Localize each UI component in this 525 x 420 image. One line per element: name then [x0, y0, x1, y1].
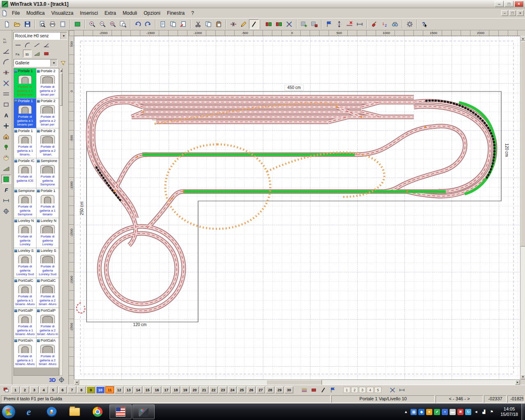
- catalog-item[interactable]: SempionePortale di galleria Sempione: [14, 188, 36, 218]
- catalog-item[interactable]: Portale ICPortale di galleria ICE: [14, 158, 36, 188]
- page-setup-button[interactable]: [58, 19, 68, 29]
- layer-list-button[interactable]: [2, 386, 10, 394]
- catalog-item[interactable]: Portale 2Portale di galleria a 2 binari …: [37, 98, 59, 128]
- vertical-scrollbar[interactable]: ▲ ▼: [520, 36, 525, 379]
- page-button-1[interactable]: 1: [343, 387, 350, 393]
- measure-3d-icon[interactable]: [58, 377, 65, 383]
- font-tool[interactable]: [1, 185, 11, 194]
- show-desktop-button[interactable]: [521, 404, 525, 420]
- measure-view-button[interactable]: [397, 386, 406, 394]
- menu-modifica[interactable]: Modifica: [23, 9, 48, 18]
- minimize-button[interactable]: –: [495, 1, 504, 7]
- catalog-item[interactable]: Loreley SPortale di galleria Loreley Sud: [37, 248, 59, 278]
- layer-button-10[interactable]: 10: [96, 386, 105, 393]
- catalog-item[interactable]: Portale 1Portale di galleria a 1 binario…: [14, 128, 36, 158]
- layer-button-6[interactable]: 6: [58, 386, 67, 393]
- mdi-restore-button[interactable]: □: [509, 10, 516, 16]
- layer-button-12[interactable]: 12: [115, 386, 123, 393]
- layer-button-25[interactable]: 25: [237, 386, 246, 393]
- add-table-button[interactable]: [299, 19, 309, 29]
- layer-button-9[interactable]: 9: [87, 386, 95, 393]
- straight-track-button[interactable]: [14, 41, 22, 49]
- open-button[interactable]: [12, 19, 22, 29]
- scroll-left-button[interactable]: ◄: [74, 380, 79, 385]
- menu-inserisci[interactable]: Inserisci: [77, 9, 101, 18]
- layer-button-3[interactable]: 3: [30, 386, 39, 393]
- taskbar-media-player-button[interactable]: ▶: [41, 404, 63, 419]
- layer-button-22[interactable]: 22: [209, 386, 218, 393]
- center-tool[interactable]: [1, 207, 11, 216]
- menu-moduli[interactable]: Moduli: [119, 9, 140, 18]
- taskbar-ie-button[interactable]: e: [18, 404, 40, 419]
- zoom-in-button[interactable]: [87, 19, 97, 29]
- tray-tablet-icon[interactable]: ▦: [411, 409, 417, 415]
- new-button[interactable]: [2, 19, 12, 29]
- flex-pen-button[interactable]: [239, 19, 249, 29]
- turnout-tool[interactable]: [1, 47, 11, 56]
- layer-button-14[interactable]: 14: [134, 386, 142, 393]
- taskbar-chrome-button[interactable]: [87, 404, 109, 419]
- layer-button-15[interactable]: 15: [143, 386, 152, 393]
- tray-flag-icon[interactable]: ⚑: [488, 409, 495, 415]
- flex-track-button[interactable]: [249, 19, 259, 29]
- close-button[interactable]: ×: [514, 1, 523, 7]
- catalog-item[interactable]: PortGalCPortale di galleria a 2 binari -…: [37, 278, 59, 308]
- track-cut-tool[interactable]: [1, 68, 11, 77]
- category-combobox[interactable]: Gallerie ▼: [14, 59, 57, 67]
- tray-expand-icon[interactable]: ▲: [403, 409, 409, 415]
- signal-pair-button[interactable]: [264, 19, 274, 29]
- curve-track-button[interactable]: [23, 41, 32, 49]
- scroll-right-button[interactable]: ►: [515, 380, 520, 385]
- tray-sync-icon[interactable]: ↻: [465, 409, 471, 415]
- cut-button[interactable]: [193, 19, 203, 29]
- house-tool[interactable]: [1, 132, 11, 141]
- filter-button[interactable]: [59, 59, 67, 67]
- junction-button[interactable]: [284, 19, 294, 29]
- taskbar-image-editor-button[interactable]: [132, 404, 155, 419]
- parts-list-button[interactable]: [158, 19, 168, 29]
- numbers-button[interactable]: [23, 50, 32, 57]
- redo-button[interactable]: [143, 19, 153, 29]
- taskbar-explorer-button[interactable]: [64, 404, 86, 419]
- catalog-scroll-thumb[interactable]: [60, 73, 62, 106]
- tray-chat-icon[interactable]: ▪: [442, 409, 448, 415]
- menu-file[interactable]: File: [9, 9, 23, 18]
- layer-button-8[interactable]: 8: [77, 386, 86, 393]
- page-button-3[interactable]: 3: [359, 387, 366, 393]
- layer-button-1[interactable]: 1: [11, 386, 20, 393]
- layer-button-2[interactable]: 2: [21, 386, 29, 393]
- layer-button-30[interactable]: 30: [285, 386, 293, 393]
- taskbar-wintrack-button[interactable]: [110, 404, 132, 419]
- tray-network-icon[interactable]: ▟: [481, 409, 487, 415]
- search-parts-button[interactable]: [390, 19, 400, 29]
- layer-button-28[interactable]: 28: [266, 386, 274, 393]
- tray-antivirus-icon[interactable]: ✖: [457, 409, 463, 415]
- color-fill-tool[interactable]: [1, 175, 11, 184]
- layer-button-18[interactable]: 18: [171, 386, 180, 393]
- library-combobox[interactable]: RocoLine H0 senz ▼: [14, 32, 67, 40]
- box-tool[interactable]: [1, 100, 11, 109]
- text-tool[interactable]: [1, 111, 11, 120]
- catalog-item[interactable]: Portale 1Portale di galleria a 1 binario: [37, 188, 59, 218]
- gradient-button[interactable]: [32, 50, 41, 57]
- s-curve-track-button[interactable]: [32, 41, 41, 49]
- zoom-window-button[interactable]: [108, 19, 118, 29]
- print-preview-button[interactable]: [37, 19, 47, 29]
- database-button[interactable]: [309, 19, 319, 29]
- catalog-item[interactable]: Loreley NPortale di galleria Loreley: [37, 218, 59, 248]
- palette-tool[interactable]: [1, 153, 11, 162]
- plan-canvas[interactable]: 450 cm 120 cm 250 cm 120 cm: [74, 36, 520, 379]
- junction-view-button[interactable]: [388, 386, 397, 394]
- track-plan[interactable]: 450 cm 120 cm 250 cm 120 cm: [74, 36, 520, 379]
- catalog-item[interactable]: Portale 2Portale di galleria a 2 binari …: [37, 68, 59, 98]
- scroll-up-button[interactable]: ▲: [520, 36, 525, 41]
- dimension-tool[interactable]: [1, 196, 11, 205]
- tray-sun-icon[interactable]: ●: [426, 409, 432, 415]
- insert-tool[interactable]: [1, 121, 11, 130]
- 3d-view-button[interactable]: 3D: [49, 377, 56, 383]
- category-dropdown-icon[interactable]: ▼: [50, 59, 57, 66]
- catalog-item[interactable]: Portale 1Portale di galleria a 1 binario…: [14, 98, 36, 128]
- mdi-minimize-button[interactable]: –: [501, 10, 508, 16]
- catalog-item[interactable]: PortGalPPortale di galleria a 2 binari -…: [37, 308, 59, 338]
- track-delete-button[interactable]: [345, 19, 354, 29]
